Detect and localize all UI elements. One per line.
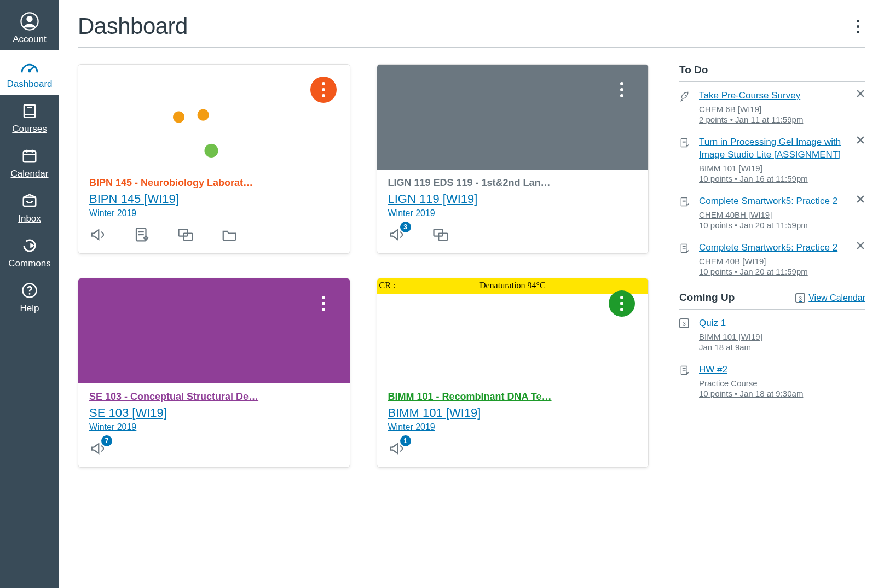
todo-course: CHEM 40BH [WI19]	[699, 210, 853, 219]
nav-dashboard[interactable]: Dashboard	[0, 50, 59, 95]
dismiss-todo-button[interactable]	[857, 136, 865, 145]
card-actions	[78, 220, 350, 253]
coming-up-item: 3Quiz 1BIMM 101 [WI19]Jan 18 at 9am	[679, 317, 865, 352]
announcements-button[interactable]	[89, 226, 107, 243]
global-nav: Account Dashboard Courses Calendar Inbox…	[0, 0, 59, 490]
view-calendar-label: View Calendar	[808, 293, 865, 303]
user-avatar-icon	[20, 12, 39, 31]
card-body: LIGN 119 EDS 119 - 1st&2nd Lan…LIGN 119 …	[377, 170, 649, 220]
nav-label: Dashboard	[7, 79, 52, 90]
todo-item: Complete Smartwork5: Practice 2CHEM 40BH…	[679, 195, 865, 230]
card-body: BIMM 101 - Recombinant DNA Te…BIMM 101 […	[377, 383, 649, 434]
inbox-icon	[20, 191, 39, 210]
pcr-banner-text: CR :Denaturation 94°C	[377, 281, 649, 290]
card-course-code[interactable]: LIGN 119 [WI19]	[388, 192, 638, 206]
sidebar: To Do Take Pre-Course SurveyCHEM 6B [WI1…	[679, 64, 865, 468]
card-course-title[interactable]: BIMM 101 - Recombinant DNA Te…	[388, 391, 638, 403]
todo-title-link[interactable]: Complete Smartwork5: Practice 2	[699, 242, 853, 254]
course-card[interactable]: CR :Denaturation 94°CBIMM 101 - Recombin…	[377, 278, 649, 468]
card-hero-image: CR :Denaturation 94°C	[377, 278, 649, 383]
card-course-term: Winter 2019	[388, 422, 638, 432]
dismiss-todo-button[interactable]	[857, 90, 865, 98]
coming-up-meta: Jan 18 at 9am	[699, 342, 853, 352]
card-body: BIPN 145 - Neurobiology Laborat…BIPN 145…	[78, 170, 350, 220]
assignments-button[interactable]	[133, 226, 151, 243]
coming-up-header: Coming Up 3 View Calendar	[679, 292, 865, 310]
card-course-title[interactable]: LIGN 119 EDS 119 - 1st&2nd Lan…	[388, 177, 638, 189]
view-calendar-link[interactable]: 3 View Calendar	[795, 293, 865, 303]
card-color-menu-button[interactable]	[609, 77, 635, 103]
course-cards: BIPN 145 - Neurobiology Laborat…BIPN 145…	[78, 64, 649, 468]
card-course-term: Winter 2019	[388, 208, 638, 218]
discussions-button[interactable]	[177, 226, 194, 243]
files-icon	[221, 226, 238, 243]
nav-label: Calendar	[11, 168, 49, 179]
assignment-icon	[679, 243, 691, 276]
card-hero-image	[78, 278, 350, 383]
todo-item: Complete Smartwork5: Practice 2CHEM 40B …	[679, 242, 865, 276]
card-course-code[interactable]: BIPN 145 [WI19]	[89, 192, 339, 206]
todo-points-due: 10 points • Jan 20 at 11:59pm	[699, 220, 853, 230]
card-course-title[interactable]: BIPN 145 - Neurobiology Laborat…	[89, 177, 339, 189]
discussions-icon	[177, 226, 194, 243]
nav-courses[interactable]: Courses	[0, 95, 59, 140]
nav-inbox[interactable]: Inbox	[0, 185, 59, 230]
nav-commons[interactable]: Commons	[0, 230, 59, 275]
nav-account[interactable]: Account	[0, 5, 59, 50]
dashboard-options-button[interactable]	[850, 16, 865, 36]
files-button[interactable]	[221, 226, 238, 243]
course-card[interactable]: LIGN 119 EDS 119 - 1st&2nd Lan…LIGN 119 …	[377, 64, 649, 254]
card-course-term: Winter 2019	[89, 208, 339, 218]
todo-points-due: 10 points • Jan 16 at 11:59pm	[699, 174, 853, 183]
card-body: SE 103 - Conceptual Structural De…SE 103…	[78, 383, 350, 434]
coming-up-item: HW #2Practice Course10 points • Jan 18 a…	[679, 364, 865, 398]
nav-label: Courses	[12, 124, 47, 135]
unread-badge: 1	[400, 435, 411, 446]
svg-point-21	[685, 95, 686, 96]
svg-rect-7	[24, 151, 36, 162]
calendar-icon	[20, 147, 39, 165]
card-hero-image	[377, 65, 649, 170]
nav-calendar[interactable]: Calendar	[0, 140, 59, 185]
todo-title-link[interactable]: Complete Smartwork5: Practice 2	[699, 195, 853, 208]
question-circle-icon	[20, 281, 39, 300]
dismiss-todo-button[interactable]	[857, 195, 865, 204]
assignment-icon	[679, 196, 691, 230]
card-course-title[interactable]: SE 103 - Conceptual Structural De…	[89, 391, 339, 403]
card-color-menu-button[interactable]	[310, 290, 337, 317]
coming-up-title-link[interactable]: Quiz 1	[699, 317, 853, 330]
unread-badge: 7	[101, 435, 112, 446]
page-title: Dashboard	[78, 13, 188, 39]
todo-points-due: 10 points • Jan 20 at 11:59pm	[699, 267, 853, 276]
announcements-button[interactable]: 3	[388, 226, 406, 243]
card-hero-image	[78, 65, 350, 170]
nav-help[interactable]: Help	[0, 275, 59, 319]
speedometer-icon	[20, 57, 39, 75]
card-course-code[interactable]: SE 103 [WI19]	[89, 406, 339, 420]
todo-points-due: 2 points • Jan 11 at 11:59pm	[699, 115, 853, 124]
rocket-icon	[679, 91, 691, 124]
course-card[interactable]: SE 103 - Conceptual Structural De…SE 103…	[78, 278, 350, 468]
card-course-code[interactable]: BIMM 101 [WI19]	[388, 406, 638, 420]
todo-course: CHEM 6B [WI19]	[699, 104, 853, 114]
announcements-icon	[90, 226, 106, 243]
coming-up-title-link[interactable]: HW #2	[699, 364, 853, 376]
card-color-menu-button[interactable]	[609, 290, 635, 317]
card-course-term: Winter 2019	[89, 422, 339, 432]
nav-label: Inbox	[18, 213, 41, 224]
coming-up-course: Practice Course	[699, 379, 853, 388]
coming-up-meta: 10 points • Jan 18 at 9:30am	[699, 389, 853, 398]
course-card[interactable]: BIPN 145 - Neurobiology Laborat…BIPN 145…	[78, 64, 350, 254]
card-color-menu-button[interactable]	[310, 77, 337, 103]
todo-title-link[interactable]: Take Pre-Course Survey	[699, 90, 853, 102]
todo-title-link[interactable]: Turn in Processing Gel Image with Image …	[699, 136, 853, 161]
discussions-icon	[432, 226, 449, 243]
calendar-day-icon: 3	[679, 318, 689, 328]
announcements-button[interactable]: 1	[388, 440, 406, 457]
announcements-button[interactable]: 7	[89, 440, 107, 457]
todo-course: BIMM 101 [WI19]	[699, 164, 853, 173]
dismiss-todo-button[interactable]	[857, 242, 865, 251]
discussions-button[interactable]	[432, 226, 449, 243]
nav-label: Account	[13, 34, 46, 45]
todo-item: Turn in Processing Gel Image with Image …	[679, 136, 865, 183]
